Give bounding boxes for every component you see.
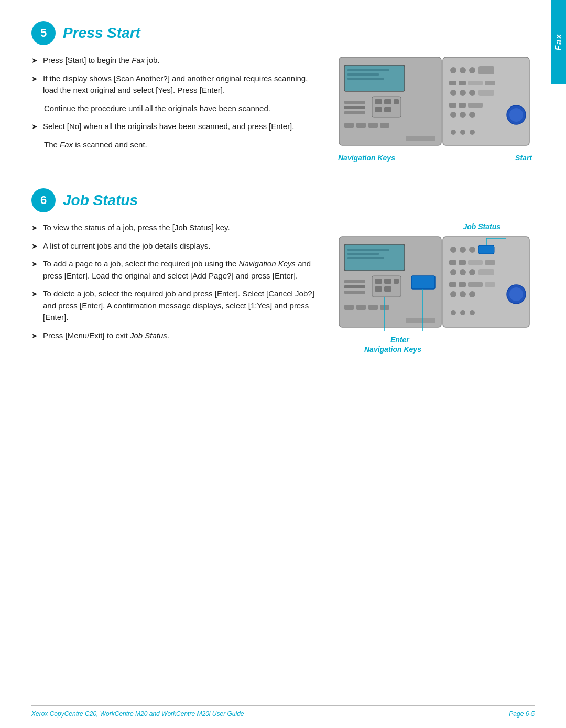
section5-image-col: Navigation Keys Start: [335, 55, 535, 162]
bullet-text: Press [Menu/Exit] to exit Job Status.: [43, 330, 314, 342]
device-image-5: [338, 55, 532, 151]
svg-rect-60: [368, 305, 378, 310]
bullet-text: A list of current jobs and the job detai…: [43, 240, 314, 252]
svg-rect-2: [344, 101, 365, 104]
section5-image-labels: Navigation Keys Start: [338, 154, 532, 162]
svg-rect-54: [394, 279, 399, 284]
enter-label: Enter: [390, 336, 409, 344]
device-svg-6: [338, 234, 532, 331]
svg-rect-4: [344, 111, 365, 114]
section5-content: ➤ Press [Start] to begin the Fax job. ➤ …: [31, 55, 535, 162]
arrow-icon: ➤: [31, 259, 38, 270]
svg-rect-7: [384, 99, 391, 104]
svg-rect-11: [347, 69, 389, 71]
arrow-icon: ➤: [31, 330, 38, 341]
list-item: ➤ If the display shows [Scan Another?] a…: [31, 73, 314, 97]
svg-rect-27: [485, 81, 495, 85]
svg-rect-68: [478, 245, 494, 254]
nav-keys-label-6: Navigation Keys: [364, 345, 421, 354]
section5-header: 5 Press Start: [31, 21, 535, 45]
section6-content: ➤ To view the status of a job, press the…: [31, 222, 535, 354]
svg-rect-78: [459, 282, 466, 287]
svg-rect-10: [384, 107, 391, 112]
section6-text-col: ➤ To view the status of a job, press the…: [31, 222, 314, 354]
bullet-text: Select [No] when all the originals have …: [43, 121, 314, 133]
svg-point-82: [460, 291, 466, 297]
svg-point-42: [470, 130, 475, 135]
svg-rect-70: [459, 260, 466, 265]
sub-text: Continue the procedure until all the ori…: [44, 103, 314, 115]
svg-point-29: [460, 90, 466, 96]
svg-rect-24: [449, 81, 456, 85]
svg-rect-61: [380, 305, 389, 310]
side-tab-text: Fax: [554, 33, 563, 51]
section6-image-col: Job Status: [335, 222, 535, 354]
svg-point-21: [460, 67, 466, 73]
svg-rect-8: [394, 99, 399, 104]
bullet-text: To add a page to a job, select the requi…: [43, 258, 314, 282]
svg-point-88: [470, 310, 475, 315]
svg-rect-13: [347, 78, 384, 80]
svg-point-87: [460, 310, 465, 315]
svg-point-20: [450, 67, 456, 73]
svg-rect-56: [384, 286, 391, 292]
svg-rect-6: [375, 99, 382, 104]
svg-rect-72: [485, 260, 495, 265]
svg-rect-59: [356, 305, 366, 310]
svg-rect-9: [375, 107, 382, 112]
list-item: ➤ Select [No] when all the originals hav…: [31, 121, 314, 133]
svg-rect-23: [478, 66, 494, 74]
svg-rect-26: [468, 81, 483, 85]
svg-point-81: [450, 291, 456, 297]
svg-point-36: [460, 112, 466, 118]
bullet-text: To view the status of a job, press the […: [43, 222, 314, 234]
section6-title: Job Status: [63, 192, 138, 209]
svg-point-66: [469, 247, 475, 253]
svg-point-30: [469, 90, 475, 96]
list-item: ➤ To delete a job, select the required j…: [31, 288, 314, 324]
svg-point-41: [460, 130, 465, 135]
section5-bullets: ➤ Press [Start] to begin the Fax job. ➤ …: [31, 55, 314, 151]
step6-circle: 6: [31, 188, 56, 212]
section6-image-wrap: Job Status: [338, 222, 532, 354]
svg-rect-50: [344, 291, 365, 294]
footer: Xerox CopyCentre C20, WorkCentre M20 and…: [31, 705, 535, 718]
svg-rect-12: [347, 73, 379, 76]
svg-rect-47: [347, 257, 384, 259]
section5-title: Press Start: [63, 25, 140, 41]
footer-left-text: Xerox CopyCentre C20, WorkCentre M20 and…: [31, 710, 244, 718]
svg-rect-57: [411, 276, 435, 289]
svg-rect-25: [459, 81, 466, 85]
svg-rect-69: [449, 260, 456, 265]
svg-point-85: [509, 287, 523, 301]
svg-rect-58: [344, 305, 354, 310]
arrow-icon: ➤: [31, 73, 38, 84]
svg-rect-33: [459, 103, 466, 108]
svg-rect-3: [344, 106, 365, 109]
arrow-icon: ➤: [31, 55, 38, 66]
bullet-text: To delete a job, select the required job…: [43, 288, 314, 324]
svg-rect-17: [380, 123, 389, 128]
list-item: ➤ Press [Menu/Exit] to exit Job Status.: [31, 330, 314, 342]
svg-rect-80: [485, 282, 495, 287]
bullet-text: If the display shows [Scan Another?] and…: [43, 73, 314, 97]
svg-point-35: [450, 112, 456, 118]
svg-rect-32: [449, 103, 456, 108]
svg-rect-71: [468, 260, 483, 265]
svg-point-39: [509, 108, 523, 122]
arrow-icon: ➤: [31, 121, 38, 132]
svg-rect-53: [384, 279, 391, 284]
list-item: ➤ Press [Start] to begin the Fax job.: [31, 55, 314, 67]
svg-rect-18: [406, 136, 435, 141]
page-container: Fax 5 Press Start ➤ Press [Start] to beg…: [0, 0, 566, 728]
list-item: ➤ To view the status of a job, press the…: [31, 222, 314, 234]
arrow-icon: ➤: [31, 288, 38, 299]
arrow-icon: ➤: [31, 222, 38, 233]
svg-point-37: [469, 112, 475, 118]
section5-text-col: ➤ Press [Start] to begin the Fax job. ➤ …: [31, 55, 314, 162]
svg-point-22: [469, 67, 475, 73]
svg-point-40: [451, 130, 456, 135]
svg-point-83: [469, 291, 475, 297]
svg-rect-76: [478, 269, 494, 275]
svg-rect-77: [449, 282, 456, 287]
